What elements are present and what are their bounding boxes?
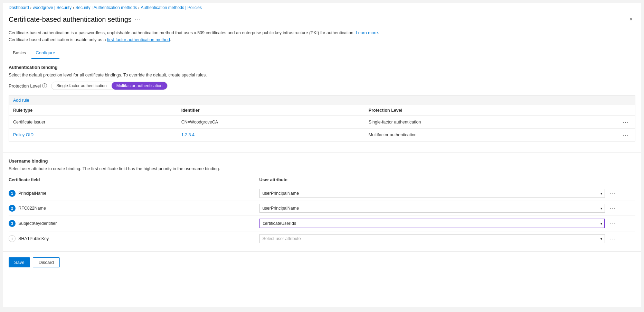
single-factor-option[interactable]: Single-factor authentication (51, 82, 111, 90)
priority-badge-4: + (9, 235, 16, 242)
identifier-cell-link[interactable]: 1.2.3.4 (177, 129, 364, 141)
cert-field-name-2: RFC822Name (18, 206, 46, 211)
binding-row-1: 1 PrincipalName userPrincipalName ▾ (9, 186, 635, 201)
user-attr-cell-4: Select user attribute ▾ ··· (259, 231, 618, 246)
row-more-cell-2: ··· (616, 129, 635, 141)
protection-level-toggle[interactable]: Single-factor authentication Multifactor… (51, 82, 168, 90)
panel-header: Certificate-based authentication setting… (3, 12, 641, 28)
user-attr-cell-1: userPrincipalName ▾ ··· (259, 186, 618, 201)
protection-level-row: Protection Level i Single-factor authent… (9, 82, 635, 90)
row-more-button[interactable]: ··· (621, 119, 631, 126)
rule-table: Rule type Identifier Protection Level Ce… (9, 105, 635, 141)
breadcrumb-woodgrove[interactable]: woodgrove | Security (33, 5, 72, 10)
tab-configure[interactable]: Configure (31, 47, 59, 59)
user-attr-cell-3: certificateUserIds ▾ ··· (259, 216, 618, 231)
breadcrumb: Dashboard › woodgrove | Security › Secur… (3, 3, 641, 12)
desc-line2: Certificate based authentication is usab… (9, 37, 107, 42)
breadcrumb-auth-policies[interactable]: Authentication methods | Policies (141, 5, 202, 10)
binding-row-more-4[interactable]: ··· (608, 235, 618, 242)
user-attr-cell-2: userPrincipalName ▾ ··· (259, 201, 618, 216)
cert-field-cell-3: 3 SubjectKeyIdentifier (9, 216, 259, 231)
username-binding-title: Username binding (9, 158, 635, 164)
desc-line1: Certificate-based authentication is a pa… (9, 30, 354, 35)
tab-basics[interactable]: Basics (9, 47, 30, 59)
panel-container: Dashboard › woodgrove | Security › Secur… (3, 3, 641, 307)
cert-field-name-3: SubjectKeyIdentifier (18, 221, 57, 226)
tabs-bar: Basics Configure (3, 47, 641, 59)
row-more-button-2[interactable]: ··· (621, 131, 631, 138)
user-attr-select-2[interactable]: userPrincipalName (259, 204, 605, 213)
footer: Save Discard (3, 251, 641, 273)
user-attr-select-wrapper-1: userPrincipalName ▾ (259, 189, 605, 198)
user-attr-select-wrapper-2: userPrincipalName ▾ (259, 204, 605, 213)
binding-row-more-3[interactable]: ··· (608, 220, 618, 227)
description-area: Certificate-based authentication is a pa… (3, 28, 641, 47)
cert-field-cell-1: 1 PrincipalName (9, 186, 259, 201)
binding-row-4: + SHA1PublicKey Select user attribute ▾ (9, 231, 635, 246)
desc-line2-end: . (170, 37, 171, 42)
actions-header (616, 105, 635, 116)
user-attr-select-1[interactable]: userPrincipalName (259, 189, 605, 198)
user-attr-select-wrapper-3: certificateUserIds ▾ (259, 219, 605, 228)
binding-row-3: 3 SubjectKeyIdentifier certificateUserId… (9, 216, 635, 231)
table-row: Policy OID 1.2.3.4 Multifactor authentic… (9, 129, 635, 141)
protection-level-cell-2: Multifactor authentication (364, 129, 616, 141)
user-attr-header: User attribute (259, 175, 618, 186)
rule-type-header: Rule type (9, 105, 177, 116)
panel-title-row: Certificate-based authentication setting… (9, 16, 141, 24)
protection-level-label: Protection Level i (9, 83, 47, 89)
rule-type-cell-link[interactable]: Policy OID (9, 129, 177, 141)
user-attr-select-4[interactable]: Select user attribute (259, 234, 605, 243)
page-title: Certificate-based authentication setting… (9, 16, 132, 24)
binding-row-more-1[interactable]: ··· (608, 190, 618, 197)
rule-type-cell: Certificate issuer (9, 116, 177, 129)
protection-level-cell: Single-factor authentication (364, 116, 616, 129)
close-button[interactable]: × (627, 15, 635, 24)
learn-more-link[interactable]: Learn more (356, 30, 378, 35)
actions-header-2 (618, 175, 635, 186)
priority-badge-1: 1 (9, 190, 16, 197)
discard-button[interactable]: Discard (33, 257, 60, 267)
username-binding-desc: Select user attribute to create binding.… (9, 166, 635, 171)
add-rule-button[interactable]: Add rule (9, 96, 635, 105)
identifier-cell: CN=WoodgroveCA (177, 116, 364, 129)
protection-level-info-icon[interactable]: i (42, 83, 47, 88)
cert-field-cell-2: 2 RFC822Name (9, 201, 259, 216)
binding-row-2: 2 RFC822Name userPrincipalName ▾ (9, 201, 635, 216)
binding-table: Certificate field User attribute 1 Princ… (9, 175, 635, 246)
cert-field-name-4: SHA1PublicKey (18, 236, 49, 241)
cert-field-header: Certificate field (9, 175, 259, 186)
panel-more-options[interactable]: ··· (135, 17, 141, 22)
user-attr-select-wrapper-4: Select user attribute ▾ (259, 234, 605, 243)
rule-table-container: Add rule Rule type Identifier Protection… (9, 95, 635, 141)
auth-binding-title: Authentication binding (9, 65, 635, 70)
save-button[interactable]: Save (9, 257, 30, 267)
auth-binding-desc: Select the default protection level for … (9, 73, 635, 77)
table-row: Certificate issuer CN=WoodgroveCA Single… (9, 116, 635, 129)
priority-badge-3: 3 (9, 220, 16, 227)
authentication-binding-section: Authentication binding Select the defaul… (3, 65, 641, 153)
multifactor-option[interactable]: Multifactor authentication (112, 82, 167, 90)
breadcrumb-sep-1: › (30, 6, 31, 10)
cert-field-name-1: PrincipalName (18, 191, 46, 196)
binding-row-more-2[interactable]: ··· (608, 205, 618, 212)
row-more-cell: ··· (616, 116, 635, 129)
username-binding-section: Username binding Select user attribute t… (3, 153, 641, 251)
user-attr-select-3[interactable]: certificateUserIds (259, 219, 605, 228)
priority-badge-2: 2 (9, 205, 16, 212)
breadcrumb-security-auth[interactable]: Security | Authentication methods (75, 5, 137, 10)
identifier-header: Identifier (177, 105, 364, 116)
breadcrumb-sep-2: › (73, 6, 74, 10)
breadcrumb-dashboard[interactable]: Dashboard (9, 5, 29, 10)
breadcrumb-sep-3: › (138, 6, 139, 10)
cert-field-cell-4: + SHA1PublicKey (9, 231, 259, 246)
first-factor-link[interactable]: first-factor authentication method (107, 37, 170, 42)
protection-level-header: Protection Level (364, 105, 616, 116)
